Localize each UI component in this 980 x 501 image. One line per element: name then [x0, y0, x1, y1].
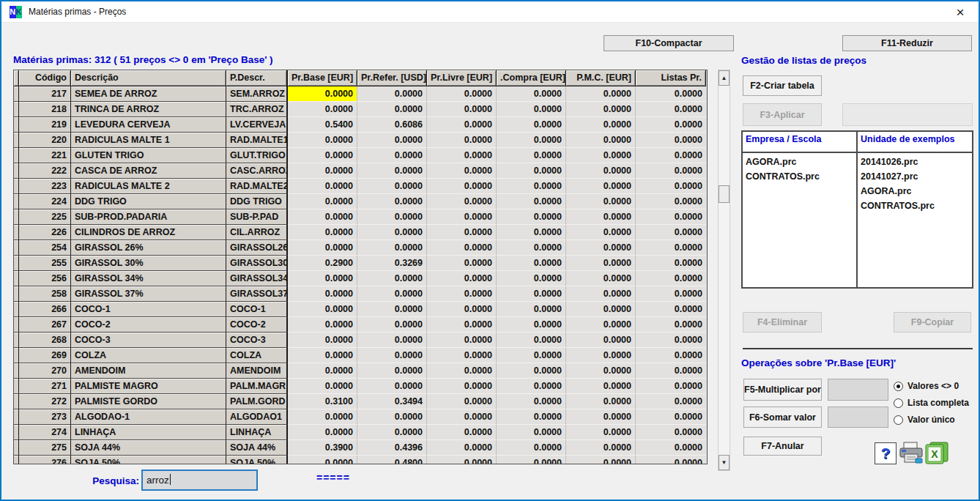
- grid-cell[interactable]: 0.0000: [427, 194, 497, 209]
- grid-cell[interactable]: 0.0000: [288, 286, 357, 302]
- grid-cell[interactable]: 0.0000: [566, 148, 636, 163]
- f5-multiplicar-button[interactable]: F5-Multiplicar por: [743, 379, 822, 401]
- grid-cell[interactable]: 226: [19, 225, 71, 240]
- grid-cell[interactable]: RAD.MALTE2: [226, 179, 288, 194]
- grid-cell[interactable]: 0.0000: [288, 209, 357, 225]
- grid-cell[interactable]: 0.0000: [427, 302, 497, 317]
- f11-reduzir-button[interactable]: F11-Reduzir: [842, 35, 972, 51]
- grid-cell[interactable]: 0.0000: [497, 379, 566, 394]
- grid-cell[interactable]: 0.0000: [636, 333, 706, 348]
- grid-cell[interactable]: 0.0000: [566, 179, 636, 194]
- grid-cell[interactable]: 0.0000: [357, 240, 427, 256]
- grid-cell[interactable]: 0.0000: [566, 271, 636, 286]
- empresa-escola-list[interactable]: Empresa / Escola AGORA.prcCONTRATOS.prc: [743, 132, 858, 287]
- grid-cell[interactable]: 0.0000: [636, 394, 706, 409]
- grid-cell[interactable]: 0.0000: [566, 133, 636, 148]
- grid-cell[interactable]: 271: [19, 379, 71, 394]
- grid-cell[interactable]: 0.0000: [497, 271, 566, 286]
- grid-cell[interactable]: CASC.ARROZ: [226, 163, 288, 179]
- title-bar[interactable]: N K Matérias primas - Preços ×: [1, 1, 979, 23]
- grid-cell[interactable]: SOJA 44%: [226, 440, 288, 456]
- grid-cell[interactable]: 0.0000: [357, 179, 427, 194]
- grid-header-cell[interactable]: Pr.Refer. [USD]: [357, 70, 427, 86]
- multiply-value-field[interactable]: [828, 379, 888, 401]
- grid-cell[interactable]: 0.3269: [357, 256, 427, 271]
- price-grid[interactable]: CódigoDescriçãoP.Descr.Pr.Base [EUR]Pr.R…: [13, 70, 708, 464]
- grid-cell[interactable]: 0.0000: [566, 333, 636, 348]
- scrollbar-thumb[interactable]: [719, 185, 730, 203]
- grid-cell[interactable]: 0.0000: [497, 317, 566, 333]
- grid-cell[interactable]: 0.0000: [636, 379, 706, 394]
- grid-cell[interactable]: DDG TRIGO: [226, 194, 288, 209]
- grid-cell[interactable]: 276: [19, 456, 71, 464]
- grid-cell[interactable]: 275: [19, 440, 71, 456]
- grid-header-cell[interactable]: Pr.Base [EUR]: [288, 70, 357, 86]
- grid-header-cell[interactable]: Código: [19, 70, 71, 86]
- grid-cell[interactable]: SUB-P.PAD: [226, 209, 288, 225]
- grid-cell[interactable]: 0.0000: [636, 271, 706, 286]
- grid-cell[interactable]: 274: [19, 425, 71, 440]
- grid-vertical-scrollbar[interactable]: ▲ ▼: [718, 70, 730, 471]
- grid-cell[interactable]: SEMEA DE ARROZ: [71, 86, 226, 102]
- grid-cell[interactable]: 0.0000: [288, 271, 357, 286]
- grid-header-cell[interactable]: Listas Pr.: [636, 70, 706, 86]
- grid-cell[interactable]: 0.2900: [288, 256, 357, 271]
- radio-circle-icon[interactable]: [894, 415, 903, 425]
- grid-cell[interactable]: 0.0000: [427, 225, 497, 240]
- radio-circle-icon[interactable]: [894, 382, 903, 391]
- grid-cell[interactable]: 0.0000: [566, 240, 636, 256]
- grid-cell[interactable]: 0.0000: [288, 425, 357, 440]
- grid-cell[interactable]: 0.0000: [427, 333, 497, 348]
- grid-cell[interactable]: 0.0000: [427, 317, 497, 333]
- grid-cell[interactable]: 0.0000: [566, 363, 636, 379]
- grid-cell[interactable]: 0.0000: [427, 148, 497, 163]
- grid-cell[interactable]: 0.0000: [497, 179, 566, 194]
- grid-cell[interactable]: 0.0000: [497, 117, 566, 133]
- grid-cell[interactable]: 0.0000: [357, 102, 427, 117]
- grid-cell[interactable]: 0.0000: [636, 163, 706, 179]
- grid-cell[interactable]: 0.0000: [427, 240, 497, 256]
- grid-cell[interactable]: 0.0000: [566, 102, 636, 117]
- grid-cell[interactable]: 0.0000: [427, 286, 497, 302]
- grid-cell[interactable]: 0.0000: [497, 194, 566, 209]
- grid-cell[interactable]: 0.0000: [427, 379, 497, 394]
- grid-cell[interactable]: 0.0000: [357, 302, 427, 317]
- grid-cell[interactable]: 267: [19, 317, 71, 333]
- grid-cell[interactable]: 0.0000: [357, 271, 427, 286]
- grid-cell[interactable]: 0.4800: [357, 456, 427, 464]
- grid-cell[interactable]: 0.0000: [636, 179, 706, 194]
- grid-cell[interactable]: 0.0000: [566, 86, 636, 102]
- grid-cell[interactable]: COLZA: [226, 348, 288, 363]
- grid-cell[interactable]: 0.6086: [357, 117, 427, 133]
- grid-cell[interactable]: 0.0000: [288, 163, 357, 179]
- grid-cell[interactable]: 0.0000: [497, 394, 566, 409]
- grid-cell[interactable]: 0.0000: [357, 348, 427, 363]
- grid-cell[interactable]: 0.0000: [566, 348, 636, 363]
- grid-cell[interactable]: 0.3900: [288, 440, 357, 456]
- grid-cell[interactable]: ALGODAO-1: [71, 409, 226, 425]
- grid-cell[interactable]: 273: [19, 409, 71, 425]
- grid-cell[interactable]: DDG TRIGO: [71, 194, 226, 209]
- grid-cell[interactable]: 0.0000: [357, 317, 427, 333]
- grid-cell[interactable]: 0.0000: [427, 86, 497, 102]
- grid-cell[interactable]: 0.0000: [288, 456, 357, 464]
- grid-cell[interactable]: SOJA 50%: [71, 456, 226, 464]
- grid-cell[interactable]: 0.0000: [497, 363, 566, 379]
- grid-cell[interactable]: 0.0000: [636, 440, 706, 456]
- grid-cell[interactable]: 0.0000: [636, 240, 706, 256]
- grid-cell[interactable]: 0.0000: [497, 148, 566, 163]
- grid-cell[interactable]: 0.0000: [566, 163, 636, 179]
- radio-lista-completa[interactable]: Lista completa: [894, 398, 969, 408]
- grid-cell[interactable]: SOJA 44%: [71, 440, 226, 456]
- grid-header-cell[interactable]: Pr.Livre [EUR]: [427, 70, 497, 86]
- grid-cell[interactable]: SOJA 50%: [226, 456, 288, 464]
- grid-header-cell[interactable]: P.Descr.: [226, 70, 288, 86]
- f10-compactar-button[interactable]: F10-Compactar: [604, 35, 734, 51]
- grid-cell[interactable]: GIRASSOL26: [226, 240, 288, 256]
- grid-cell[interactable]: 0.0000: [636, 194, 706, 209]
- grid-cell[interactable]: COCO-3: [71, 333, 226, 348]
- grid-cell[interactable]: 0.0000: [566, 409, 636, 425]
- grid-cell[interactable]: 0.0000: [427, 440, 497, 456]
- grid-cell[interactable]: 0.0000: [427, 209, 497, 225]
- grid-cell[interactable]: 0.0000: [566, 425, 636, 440]
